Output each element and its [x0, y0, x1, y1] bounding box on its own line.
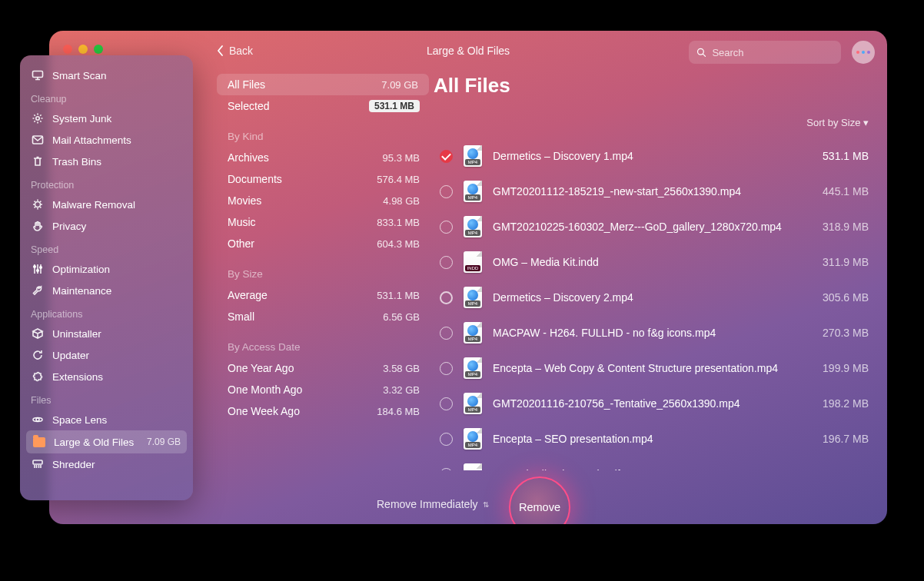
sidebar-header-protection: Protection [20, 172, 193, 194]
remove-mode-selector[interactable]: Remove Immediately ⇅ [377, 498, 489, 510]
file-type-icon: MP4 [464, 322, 482, 344]
sidebar-header-speed: Speed [20, 237, 193, 258]
file-row[interactable]: INDDOMG – Media Kit.indd311.9 MB [434, 244, 875, 280]
file-checkbox[interactable] [440, 221, 453, 234]
sidebar-item-large-old-files[interactable]: Large & Old Files 7.09 GB [26, 430, 187, 453]
sidebar-item-system-junk[interactable]: System Junk [20, 108, 193, 129]
file-row[interactable]: PDFPoor Charlie Almanack.pdf184.6 MB [434, 456, 875, 470]
svg-point-7 [37, 270, 39, 272]
file-size: 305.6 MB [799, 291, 869, 304]
file-checkbox[interactable] [440, 327, 453, 340]
file-type-icon: MP4 [464, 428, 482, 450]
shredder-icon [31, 457, 45, 471]
file-checkbox[interactable] [440, 397, 453, 410]
category-access[interactable]: One Week Ago184.6 MB [214, 400, 434, 422]
category-label: Small [228, 310, 254, 323]
category-column: All Files 7.09 GB Selected 531.1 MB By K… [214, 74, 434, 478]
sidebar-item-trash-bins[interactable]: Trash Bins [20, 151, 193, 172]
remove-button[interactable]: Remove [509, 476, 570, 524]
sidebar-header-files: Files [20, 387, 193, 409]
file-row[interactable]: MP4Encepta – Web Copy & Content Structur… [434, 350, 875, 386]
category-label: Average [228, 289, 268, 301]
file-size: 445.1 MB [799, 185, 869, 198]
file-row[interactable]: MP4Dermetics – Discovery 2.mp4305.6 MB [434, 280, 875, 315]
sidebar-item-shredder[interactable]: Shredder [20, 453, 193, 475]
sidebar-item-smart-scan[interactable]: Smart Scan [20, 65, 193, 86]
app-menu-button[interactable] [852, 41, 875, 64]
file-list: MP4Dermetics – Discovery 1.mp4531.1 MBMP… [434, 138, 875, 470]
sidebar-item-label: Mail Attachments [52, 134, 131, 146]
orbit-icon [31, 413, 45, 427]
sidebar-item-optimization[interactable]: Optimization [20, 258, 193, 280]
sidebar-item-malware-removal[interactable]: Malware Removal [20, 194, 193, 215]
sidebar-item-privacy[interactable]: Privacy [20, 215, 193, 237]
wrench-icon [31, 284, 45, 297]
search-icon [696, 47, 706, 58]
svg-point-10 [33, 418, 42, 422]
file-name: OMG – Media Kit.indd [493, 256, 789, 268]
sidebar-item-label: Privacy [52, 221, 86, 232]
sidebar-item-label: Space Lens [52, 414, 107, 426]
category-kind[interactable]: Archives95.3 MB [214, 147, 434, 168]
file-size: 270.3 MB [799, 327, 869, 339]
file-size: 198.2 MB [799, 397, 869, 410]
category-value: 604.3 MB [377, 238, 420, 250]
sidebar-item-label: Uninstaller [52, 328, 101, 340]
remove-button-label: Remove [519, 501, 560, 513]
file-size: 318.9 MB [799, 221, 869, 233]
file-row[interactable]: MP4MACPAW - H264. FULLHD - no f&g icons.… [434, 315, 875, 350]
file-checkbox[interactable] [440, 468, 453, 471]
file-checkbox[interactable] [440, 256, 453, 269]
category-access[interactable]: One Month Ago3.32 GB [214, 379, 434, 400]
file-checkbox[interactable] [440, 362, 453, 375]
search-box[interactable] [689, 41, 841, 64]
category-label: Archives [228, 151, 269, 164]
category-selected[interactable]: Selected 531.1 MB [214, 95, 434, 117]
sidebar-item-space-lens[interactable]: Space Lens [20, 409, 193, 430]
category-value: 7.09 GB [381, 79, 418, 91]
sidebar-item-updater[interactable]: Updater [20, 344, 193, 366]
file-row[interactable]: MP4GMT20201112-185219_-new-start_2560x13… [434, 174, 875, 209]
category-value: 833.1 MB [377, 217, 420, 228]
category-value: 3.32 GB [383, 384, 420, 396]
mail-icon [31, 133, 45, 147]
sidebar-item-mail-attachments[interactable]: Mail Attachments [20, 129, 193, 151]
file-checkbox[interactable] [440, 433, 453, 446]
box-icon [31, 327, 45, 340]
file-row[interactable]: MP4Dermetics – Discovery 1.mp4531.1 MB [434, 138, 875, 174]
file-checkbox[interactable] [440, 150, 453, 163]
chevron-down-icon: ▾ [863, 117, 869, 128]
file-checkbox[interactable] [440, 291, 453, 304]
file-row[interactable]: MP4GMT20201116-210756_-Tentative_2560x13… [434, 386, 875, 421]
monitor-icon [31, 68, 45, 82]
sidebar-item-extensions[interactable]: Extensions [20, 366, 193, 387]
puzzle-icon [31, 370, 45, 383]
sidebar-item-uninstaller[interactable]: Uninstaller [20, 323, 193, 344]
sidebar: Smart Scan Cleanup System Junk Mail Atta… [20, 55, 193, 500]
category-value: 3.58 GB [383, 363, 420, 374]
category-value: 6.56 GB [383, 311, 420, 323]
sort-menu[interactable]: Sort by Size ▾ [806, 117, 869, 128]
file-row[interactable]: MP4GMT20210225-160302_Merz---GoD_gallery… [434, 209, 875, 244]
updown-icon: ⇅ [483, 500, 489, 509]
search-input[interactable] [712, 47, 833, 58]
category-access[interactable]: One Year Ago3.58 GB [214, 357, 434, 379]
category-all-files[interactable]: All Files 7.09 GB [217, 74, 429, 95]
category-kind[interactable]: Movies4.98 GB [214, 190, 434, 211]
category-kind[interactable]: Music833.1 MB [214, 211, 434, 233]
category-size[interactable]: Small6.56 GB [214, 306, 434, 327]
category-kind[interactable]: Documents576.4 MB [214, 168, 434, 190]
sidebar-item-label: Malware Removal [52, 199, 135, 211]
back-button[interactable]: Back [217, 45, 253, 57]
category-kind[interactable]: Other604.3 MB [214, 233, 434, 254]
sidebar-header-cleanup: Cleanup [20, 86, 193, 108]
sidebar-item-maintenance[interactable]: Maintenance [20, 280, 193, 301]
category-size[interactable]: Average531.1 MB [214, 284, 434, 306]
file-checkbox[interactable] [440, 185, 453, 198]
file-name: Encepta – Web Copy & Content Structure p… [493, 362, 789, 374]
sidebar-item-label: Smart Scan [52, 70, 107, 81]
category-label: One Week Ago [228, 405, 300, 417]
sidebar-item-badge: 7.09 GB [147, 437, 181, 447]
back-label: Back [229, 45, 253, 57]
file-row[interactable]: MP4Encepta – SEO presentation.mp4196.7 M… [434, 421, 875, 456]
